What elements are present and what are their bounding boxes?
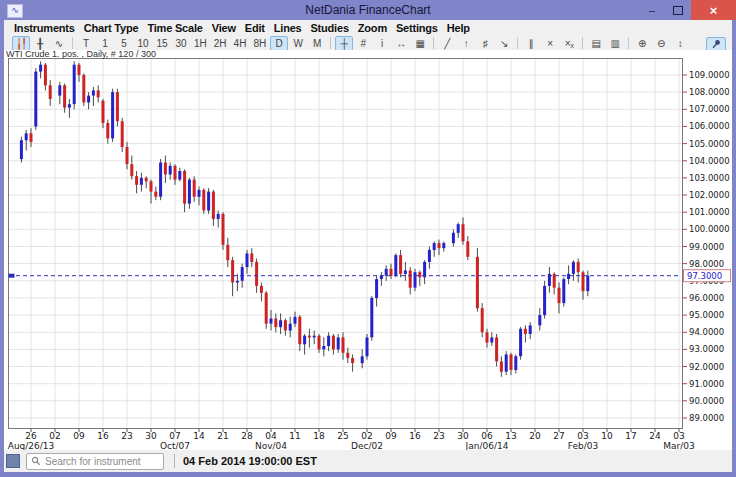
timescale-4h-button[interactable]: 4H: [231, 36, 250, 51]
toolbar-separator: [72, 37, 73, 49]
svg-text:14: 14: [193, 431, 205, 441]
svg-text:16: 16: [97, 431, 109, 441]
fit-vertical-button[interactable]: ↕: [671, 36, 689, 51]
svg-text:02: 02: [361, 431, 372, 441]
svg-text:07: 07: [169, 431, 180, 441]
svg-text:106.0000: 106.0000: [689, 121, 730, 131]
svg-text:13: 13: [505, 431, 516, 441]
svg-text:02: 02: [49, 431, 60, 441]
svg-text:104.0000: 104.0000: [689, 156, 730, 166]
toolbar-separator: [628, 37, 629, 49]
trend-line-button[interactable]: ╱: [438, 36, 456, 51]
arrow-tool-button[interactable]: ↑: [457, 36, 475, 51]
timescale-daily-button[interactable]: D: [270, 36, 288, 51]
menu-instruments[interactable]: Instruments: [14, 22, 75, 34]
svg-text:96.0000: 96.0000: [689, 293, 724, 303]
window-controls: – ×: [639, 0, 736, 20]
delete-all-lines-button[interactable]: ×ₓ: [560, 36, 578, 51]
toolbar-separator: [433, 37, 434, 49]
svg-text:28: 28: [241, 431, 253, 441]
menu-view[interactable]: View: [212, 22, 236, 34]
server-timestamp: 04 Feb 2014 19:00:00 EST: [183, 455, 317, 467]
print-preview-button[interactable]: ▥: [606, 36, 624, 51]
svg-text:04: 04: [265, 431, 277, 441]
timescale-1h-button[interactable]: 1H: [191, 36, 210, 51]
ray-tool-button[interactable]: ↘: [495, 36, 513, 51]
maximize-button[interactable]: [665, 0, 691, 20]
svg-text:105.0000: 105.0000: [689, 139, 730, 149]
info-button[interactable]: i: [373, 36, 391, 51]
zoom-out-button[interactable]: ⊖: [652, 36, 670, 51]
menu-lines[interactable]: Lines: [274, 22, 302, 34]
svg-text:Aug/26/13: Aug/26/13: [8, 441, 55, 450]
grid-button[interactable]: #: [354, 36, 372, 51]
svg-text:99.0000: 99.0000: [689, 242, 724, 252]
svg-text:27: 27: [553, 431, 564, 441]
svg-text:90.0000: 90.0000: [689, 396, 724, 406]
svg-text:09: 09: [385, 431, 397, 441]
svg-text:95.0000: 95.0000: [689, 310, 724, 320]
menu-settings[interactable]: Settings: [396, 22, 438, 34]
timescale-30-button[interactable]: 30: [172, 36, 190, 51]
channel-tool-button[interactable]: ♯: [476, 36, 494, 51]
timescale-monthly-button[interactable]: M: [308, 36, 326, 51]
search-placeholder: Search for instrument: [45, 456, 141, 467]
toolbar-separator: [517, 37, 518, 49]
plot-area: [9, 59, 683, 429]
status-bar: Search for instrument 04 Feb 2014 19:00:…: [4, 450, 732, 472]
menu-chart-type[interactable]: Chart Type: [84, 22, 139, 34]
crosshair-button[interactable]: ┼: [335, 36, 353, 51]
svg-text:26: 26: [25, 431, 37, 441]
svg-text:25: 25: [337, 431, 348, 441]
svg-text:98.0000: 98.0000: [689, 259, 724, 269]
delete-line-button[interactable]: ×: [541, 36, 559, 51]
menu-studies[interactable]: Studies: [310, 22, 348, 34]
parallel-lines-button[interactable]: ∥: [522, 36, 540, 51]
svg-text:18: 18: [313, 431, 325, 441]
svg-text:10: 10: [601, 431, 613, 441]
toolbar-separator: [582, 37, 583, 49]
timescale-weekly-button[interactable]: W: [289, 36, 307, 51]
search-input[interactable]: Search for instrument: [26, 453, 164, 470]
svg-text:102.0000: 102.0000: [689, 190, 730, 200]
menu-help[interactable]: Help: [447, 22, 470, 34]
window-title: NetDania FinanceChart: [0, 3, 736, 17]
svg-text:20: 20: [529, 431, 541, 441]
instrument-label: WTI Crude 1. pos. , Daily, # 120 / 300: [6, 49, 156, 59]
svg-text:23: 23: [121, 431, 132, 441]
svg-text:94.0000: 94.0000: [689, 327, 724, 337]
svg-text:24: 24: [649, 431, 661, 441]
minimize-button[interactable]: –: [639, 0, 665, 20]
svg-text:17: 17: [625, 431, 636, 441]
svg-text:23: 23: [433, 431, 444, 441]
svg-text:Mar/03: Mar/03: [663, 441, 694, 450]
zoom-in-button[interactable]: ⊕: [633, 36, 651, 51]
print-button[interactable]: ▤: [587, 36, 605, 51]
svg-text:Feb/03: Feb/03: [568, 441, 598, 450]
pan-button[interactable]: ↔: [392, 36, 410, 51]
timescale-2h-button[interactable]: 2H: [211, 36, 230, 51]
candlestick-chart[interactable]: 26Aug/26/13020916233007Oct/0714212804Nov…: [4, 50, 732, 450]
status-separator: [174, 454, 175, 468]
connection-status-icon: [6, 454, 20, 468]
maximize-icon: [673, 6, 683, 15]
svg-text:03: 03: [577, 431, 588, 441]
svg-text:Nov/04: Nov/04: [255, 441, 287, 450]
menu-time-scale[interactable]: Time Scale: [147, 22, 202, 34]
svg-text:11: 11: [289, 431, 300, 441]
snapshot-button[interactable]: ▦: [411, 36, 429, 51]
toolbar-separator: [330, 37, 331, 49]
close-button[interactable]: ×: [691, 0, 736, 20]
x-axis: 26Aug/26/13020916233007Oct/0714212804Nov…: [8, 428, 695, 450]
toolbar: ╽╿╂∿T151015301H2H4H8HDWM┼#i↔▦╱↑♯↘∥××ₓ▤▥⊕…: [4, 36, 732, 50]
svg-text:16: 16: [409, 431, 421, 441]
svg-text:Oct/07: Oct/07: [160, 441, 190, 450]
svg-text:91.0000: 91.0000: [689, 379, 724, 389]
menu-edit[interactable]: Edit: [245, 22, 265, 34]
svg-text:89.0000: 89.0000: [689, 413, 724, 423]
timescale-8h-button[interactable]: 8H: [250, 36, 269, 51]
menu-zoom[interactable]: Zoom: [358, 22, 387, 34]
svg-text:06: 06: [481, 431, 493, 441]
svg-text:09: 09: [73, 431, 85, 441]
menu-bar: InstrumentsChart TypeTime ScaleViewEditL…: [4, 20, 732, 36]
